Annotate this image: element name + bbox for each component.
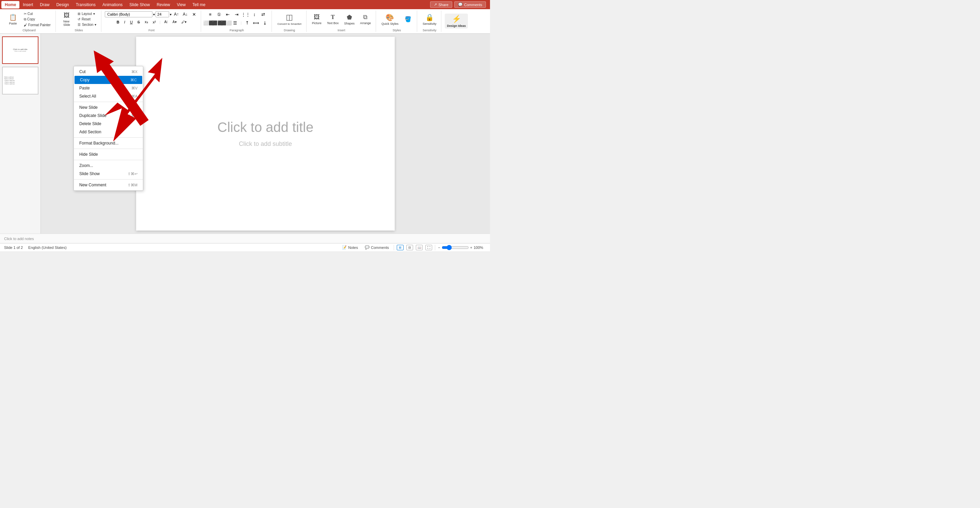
ctx-slideshow[interactable]: Slide Show ⇧⌘↩ [74,170,143,178]
reset-button[interactable]: ↺ Reset [76,17,98,22]
align-middle-button[interactable]: ⟺ [252,19,260,27]
textbox-button[interactable]: 𝐓 Text Box [325,13,341,26]
format-painter-button[interactable]: 🖌 Format Painter [22,22,53,27]
layout-button[interactable]: ⊞ Layout ▾ [76,11,98,16]
ctx-zoom[interactable]: Zoom... [74,162,143,170]
picture-button[interactable]: 🖼 Picture [310,13,324,26]
slides-group: 🖼 NewSlide ⊞ Layout ▾ ↺ Reset ☰ Section … [56,11,102,32]
ctx-format-background[interactable]: Format Background... [74,139,143,147]
menu-tellme[interactable]: Tell me [189,1,209,8]
menu-slideshow[interactable]: Slide Show [126,1,153,8]
sensitivity-group: 🔒 Sensitivity Sensitivity [418,11,442,32]
menu-view[interactable]: View [173,1,189,8]
ctx-delete-slide[interactable]: Delete Slide [74,120,143,128]
ctx-new-slide[interactable]: New Slide ⇧⌘N [74,103,143,111]
menu-home[interactable]: Home [2,1,19,8]
normal-view-button[interactable]: ⊞ [397,245,404,250]
slide-subtitle[interactable]: Click to add subtitle [239,140,292,148]
menu-bar: Home Insert Draw Design Transitions Anim… [0,0,490,9]
new-slide-button[interactable]: 🖼 NewSlide [59,11,74,27]
ctx-cut[interactable]: Cut ⌘X [74,68,143,76]
shapes-button[interactable]: ⬟ Shapes [342,13,356,26]
slide-thumb-2[interactable]: Click to add text Click to add text • Cl… [2,67,38,94]
zoom-level[interactable]: 100% [474,246,486,249]
justify-button[interactable]: ☰ [231,19,239,27]
slide-sorter-button[interactable]: ⊟ [406,245,413,250]
ctx-new-comment[interactable]: New Comment ⇧⌘M [74,181,143,189]
drawing-group: ◫ Convert to SmartArt Drawing [272,11,307,32]
strikethrough-button[interactable]: S [135,19,142,25]
canvas-area[interactable]: Click to add title Click to add subtitle… [41,34,490,233]
align-top-button[interactable]: ⤒ [243,19,251,27]
presenter-view-button[interactable]: ⛶ [425,245,432,250]
design-ideas-button[interactable]: ⚡ Design Ideas [445,14,468,29]
share-button[interactable]: ↗ Share [430,2,452,8]
copy-button[interactable]: ⧉ Copy [22,17,53,22]
font-size-input[interactable] [156,11,169,17]
status-bar: Slide 1 of 2 English (United States) 📝 N… [0,243,490,251]
menu-review[interactable]: Review [153,1,173,8]
ctx-copy[interactable]: Copy ⌘C [75,76,142,84]
quick-styles-button[interactable]: 🎨 Quick Styles [379,12,401,27]
align-left-button[interactable]: ⬜⬛ [205,19,213,27]
zoom-out-button[interactable]: − [438,246,440,249]
ctx-add-section[interactable]: Add Section [74,128,143,136]
slide-panel: 1 Click to add title Click to add subtit… [0,34,41,233]
font-name-dropdown-icon[interactable]: ▾ [153,13,155,16]
superscript-button[interactable]: x² [151,19,158,25]
align-center-button[interactable]: ⬛⬛ [213,19,221,27]
ctx-hide-slide[interactable]: Hide Slide [74,150,143,159]
reading-view-button[interactable]: 📖 [416,245,423,250]
ctx-duplicate-slide[interactable]: Duplicate Slide ⇧⌘D [74,111,143,120]
menu-design[interactable]: Design [53,1,72,8]
increase-indent-button[interactable]: ⇥ [233,11,241,18]
decrease-indent-button[interactable]: ⇤ [224,11,232,18]
bold-button[interactable]: B [115,19,121,25]
text-shadow-button[interactable]: A⃝ [162,19,170,24]
context-menu: Cut ⌘X Copy ⌘C Paste ⌘V Select All ⌘A Ne… [73,66,143,191]
convert-smartart-button[interactable]: ◫ Convert to SmartArt [275,12,304,27]
slide-thumb-1[interactable]: Click to add title Click to add subtitle [2,37,38,64]
notes-bar[interactable]: Click to add notes [0,233,490,243]
paste-button[interactable]: 📋 Paste [5,13,21,26]
font-color-button[interactable]: A▾ [170,19,179,24]
menu-animations[interactable]: Animations [99,1,126,8]
numbering-button[interactable]: ① [215,11,223,18]
direction-button[interactable]: ⇄ [259,11,267,18]
decrease-font-button[interactable]: A↓ [181,11,189,18]
sensitivity-button[interactable]: 🔒 Sensitivity [421,12,439,27]
shape-fill-button[interactable]: 🪣 [402,15,414,24]
main-area: 1 Click to add title Click to add subtit… [0,34,490,233]
font-size-dropdown-icon[interactable]: ▾ [170,13,172,16]
menu-insert[interactable]: Insert [19,1,37,8]
highlight-button[interactable]: 🖊▾ [179,19,189,24]
italic-button[interactable]: I [122,19,127,25]
ribbon: 📋 Paste ✂ Cut ⧉ Copy 🖌 Format Painter Cl… [0,9,490,34]
arrange-button[interactable]: ⧉ Arrange [358,13,373,26]
arrange-icon: ⧉ [363,14,368,21]
cut-button[interactable]: ✂ Cut [22,11,53,16]
menu-transitions[interactable]: Transitions [73,1,99,8]
shapes-icon: ⬟ [347,14,352,21]
comments-status-button[interactable]: 💬 Comments [363,244,391,250]
line-spacing-button[interactable]: ↕ [250,11,259,18]
align-bottom-button[interactable]: ⤓ [261,19,269,27]
bullets-button[interactable]: ≡ [206,11,215,18]
clear-formatting-button[interactable]: ✕ [190,11,198,18]
underline-button[interactable]: U [128,19,135,25]
zoom-slider[interactable] [442,245,469,250]
menu-draw[interactable]: Draw [37,1,53,8]
notes-button[interactable]: 📝 Notes [340,244,360,250]
zoom-in-button[interactable]: + [470,246,472,249]
section-button[interactable]: ☰ Section ▾ [76,22,98,27]
align-right-button[interactable]: ⬛⬜ [222,19,231,27]
comments-button[interactable]: 💬 Comments [454,2,486,8]
increase-font-button[interactable]: A↑ [172,11,180,18]
slide-title[interactable]: Click to add title [218,120,313,135]
ctx-paste[interactable]: Paste ⌘V [74,84,143,92]
font-name-input[interactable] [105,11,153,17]
columns-button[interactable]: ⋮⋮ [242,11,250,18]
ctx-select-all[interactable]: Select All ⌘A [74,92,143,100]
subscript-button[interactable]: x₂ [143,19,150,25]
quick-styles-group: 🎨 Quick Styles 🪣 Styles [377,11,417,32]
